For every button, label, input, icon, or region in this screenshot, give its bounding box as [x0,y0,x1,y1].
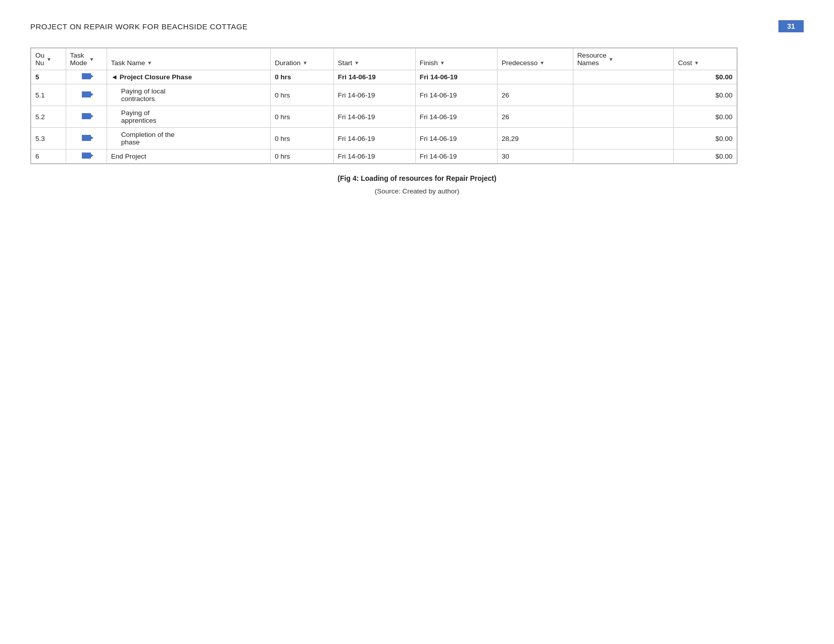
cell-start: Fri 14-06-19 [333,106,415,128]
source-caption: (Source: Created by author) [30,187,804,195]
page-header: PROJECT ON REPAIR WORK FOR BEACHSIDE COT… [30,20,804,32]
col-ou-nu[interactable]: Ou Nu ▼ [31,48,66,70]
col-ou-nu-arrow[interactable]: ▼ [46,57,52,62]
project-table-wrapper: Ou Nu ▼ Task Mode ▼ Task Name ▼ [30,47,738,164]
col-resource-names-label: Resource Names [577,52,607,67]
table-row: 6End Project0 hrsFri 14-06-19Fri 14-06-1… [31,150,737,164]
table-row: 5.3Completion of the phase0 hrsFri 14-06… [31,128,737,150]
col-finish[interactable]: Finish ▼ [415,48,497,70]
page-number: 31 [778,20,804,32]
cell-resource-names [573,70,674,84]
col-start[interactable]: Start ▼ [333,48,415,70]
col-cost[interactable]: Cost ▼ [674,48,737,70]
cell-task-mode [66,150,107,164]
task-mode-icon [82,113,91,119]
cell-duration: 0 hrs [270,84,333,106]
col-task-mode-arrow[interactable]: ▼ [89,57,94,62]
cell-start: Fri 14-06-19 [333,70,415,84]
task-mode-icon [82,135,91,141]
cell-ou-nu: 5.2 [31,106,66,128]
project-table: Ou Nu ▼ Task Mode ▼ Task Name ▼ [31,48,737,164]
cell-task-mode [66,106,107,128]
cell-cost: $0.00 [674,106,737,128]
cell-task-mode [66,70,107,84]
cell-resource-names [573,150,674,164]
cell-cost: $0.00 [674,70,737,84]
table-row: 5.2Paying of apprentices0 hrsFri 14-06-1… [31,106,737,128]
col-predecessor[interactable]: Predecesso ▼ [497,48,573,70]
cell-task-mode [66,128,107,150]
cell-task-name: Paying of apprentices [107,106,270,128]
col-cost-label: Cost [678,59,692,67]
cell-predecessor: 30 [497,150,573,164]
cell-predecessor: 26 [497,84,573,106]
cell-task-mode [66,84,107,106]
cell-duration: 0 hrs [270,70,333,84]
cell-duration: 0 hrs [270,106,333,128]
col-cost-arrow[interactable]: ▼ [694,60,699,66]
col-ou-nu-label: Ou Nu [35,52,44,67]
cell-start: Fri 14-06-19 [333,150,415,164]
cell-task-name: Completion of the phase [107,128,270,150]
col-task-name[interactable]: Task Name ▼ [107,48,270,70]
cell-finish: Fri 14-06-19 [415,128,497,150]
cell-resource-names [573,84,674,106]
cell-finish: Fri 14-06-19 [415,150,497,164]
table-body: 5◄ Project Closure Phase0 hrsFri 14-06-1… [31,70,737,164]
cell-finish: Fri 14-06-19 [415,70,497,84]
table-header: Ou Nu ▼ Task Mode ▼ Task Name ▼ [31,48,737,70]
col-task-name-label: Task Name [111,59,145,67]
cell-start: Fri 14-06-19 [333,128,415,150]
cell-task-name: End Project [107,150,270,164]
cell-predecessor [497,70,573,84]
col-task-mode-label: Task Mode [70,52,87,67]
cell-duration: 0 hrs [270,150,333,164]
cell-cost: $0.00 [674,128,737,150]
task-mode-icon [82,91,91,97]
cell-ou-nu: 5 [31,70,66,84]
col-resource-names[interactable]: Resource Names ▼ [573,48,674,70]
col-start-label: Start [338,59,353,67]
cell-ou-nu: 6 [31,150,66,164]
cell-resource-names [573,106,674,128]
task-mode-icon [82,73,91,79]
cell-ou-nu: 5.1 [31,84,66,106]
cell-ou-nu: 5.3 [31,128,66,150]
col-predecessor-arrow[interactable]: ▼ [539,60,545,66]
table-row: 5◄ Project Closure Phase0 hrsFri 14-06-1… [31,70,737,84]
col-duration-arrow[interactable]: ▼ [303,60,308,66]
task-mode-icon [82,153,91,159]
cell-predecessor: 28,29 [497,128,573,150]
col-duration[interactable]: Duration ▼ [270,48,333,70]
col-resource-names-arrow[interactable]: ▼ [608,57,613,62]
table-row: 5.1Paying of local contractors0 hrsFri 1… [31,84,737,106]
cell-finish: Fri 14-06-19 [415,84,497,106]
cell-task-name: ◄ Project Closure Phase [107,70,270,84]
col-finish-label: Finish [420,59,438,67]
cell-cost: $0.00 [674,150,737,164]
col-duration-label: Duration [275,59,301,67]
page-title: PROJECT ON REPAIR WORK FOR BEACHSIDE COT… [30,20,248,31]
cell-finish: Fri 14-06-19 [415,106,497,128]
col-predecessor-label: Predecesso [502,59,537,67]
cell-cost: $0.00 [674,84,737,106]
cell-duration: 0 hrs [270,128,333,150]
col-task-name-arrow[interactable]: ▼ [147,60,152,66]
figure-caption: (Fig 4: Loading of resources for Repair … [30,174,804,182]
cell-resource-names [573,128,674,150]
cell-start: Fri 14-06-19 [333,84,415,106]
col-start-arrow[interactable]: ▼ [354,60,359,66]
col-task-mode[interactable]: Task Mode ▼ [66,48,107,70]
cell-task-name: Paying of local contractors [107,84,270,106]
col-finish-arrow[interactable]: ▼ [440,60,445,66]
cell-predecessor: 26 [497,106,573,128]
